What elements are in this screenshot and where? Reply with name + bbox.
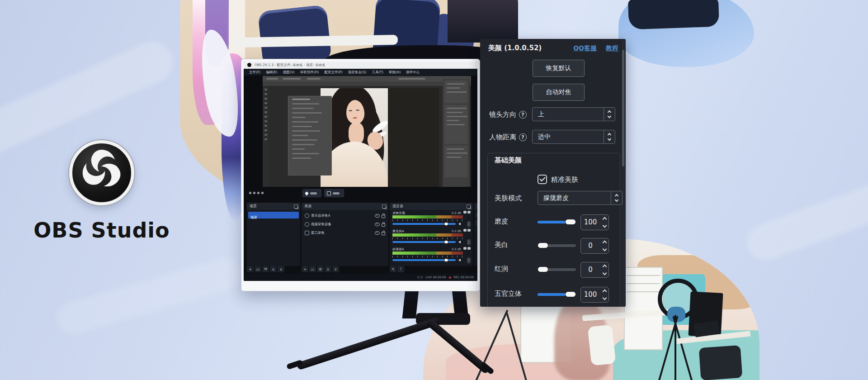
lock-icon[interactable] [382,215,385,218]
menu-docks[interactable]: 停靠部件(D) [297,70,322,75]
tutorial-link[interactable]: 教程 [606,44,618,52]
scene-item-selected[interactable]: 场景 [248,212,299,218]
duplicate-icon[interactable]: ⧉ [262,266,269,272]
speaker-icon[interactable] [458,223,461,225]
ps-dialog-panel [288,96,332,176]
move-down-icon[interactable]: ∨ [332,266,339,272]
volume-slider[interactable] [392,240,456,244]
lock-icon[interactable] [382,223,385,227]
visibility-eye-icon[interactable] [375,223,380,226]
menu-help[interactable]: 帮助(H) [386,70,404,75]
visibility-eye-icon[interactable] [375,214,380,218]
face-3d-value-box[interactable]: 100 [580,287,609,303]
select-spinner[interactable] [611,191,622,204]
menu-tools[interactable]: 工具(T) [369,70,386,75]
alert-icon[interactable]: ! [397,266,404,272]
properties-gear-icon[interactable]: ⚙ [317,266,324,272]
chevron-up-icon [615,194,618,198]
value-spinner[interactable] [603,287,606,302]
help-icon[interactable]: ? [519,133,527,141]
source-row[interactable]: 视频采集设备 [303,221,387,228]
neck [349,123,364,144]
volume-thumb[interactable] [444,240,448,244]
slider-thumb[interactable] [538,242,548,248]
slider-thumb[interactable] [538,266,548,272]
sources-dock-header[interactable]: 来源 [302,203,388,210]
menu-view[interactable]: 视图(V) [280,70,297,75]
ps-toolbar-mark [398,78,425,80]
channel-mini-buttons[interactable] [463,229,471,232]
help-icon[interactable]: ? [519,111,527,119]
dock-panes-icon[interactable] [294,204,298,209]
move-up-icon[interactable]: ∧ [325,266,331,272]
menu-scene-collection[interactable]: 场景集合(S) [345,70,369,75]
controls-dock-title: 控件 [477,203,477,210]
scenes-dock-header[interactable]: 场景 [247,203,300,210]
lock-icon[interactable] [382,232,385,235]
controls-button-fragment[interactable] [476,221,477,226]
ps-toolbox [263,86,269,187]
remove-icon[interactable]: ▭ [255,266,261,272]
volume-thumb[interactable] [444,222,448,226]
select-spinner[interactable] [604,108,615,121]
source-row[interactable]: 窗口采集 [303,229,387,236]
smoothing-slider[interactable] [538,221,576,223]
rosy-value-box[interactable]: 0 [580,262,609,278]
menu-profile[interactable]: 配置文件(P) [321,70,345,75]
move-up-icon[interactable]: ∧ [270,266,277,272]
select-spinner[interactable] [604,130,615,143]
obs-preview[interactable] [244,76,477,187]
channel-mini-buttons[interactable] [463,247,471,250]
volume-slider[interactable] [392,258,456,262]
whitening-value-box[interactable]: 0 [580,238,609,254]
whitening-slider[interactable] [538,244,576,247]
qq-support-link[interactable]: QQ客服 [573,44,597,52]
rosy-slider[interactable] [538,268,576,271]
volume-thumb[interactable] [444,258,448,262]
white-chair [588,324,616,366]
rosy-value: 0 [581,262,600,277]
controls-dock-header[interactable]: 控件 [474,203,477,210]
panel-scrollbar[interactable] [622,39,625,307]
move-down-icon[interactable]: ∨ [278,266,284,272]
speaker-icon[interactable] [458,259,461,261]
window-button[interactable] [324,189,344,197]
menu-edit[interactable]: 编辑(E) [263,70,280,75]
precise-skin-checkbox[interactable] [538,175,547,184]
value-spinner[interactable] [603,215,606,230]
smoothing-value-box[interactable]: 100 [580,214,609,230]
add-icon[interactable]: + [247,266,254,272]
dock-panes-icon[interactable] [382,204,386,209]
menu-file[interactable]: 文件(F) [246,70,263,75]
volume-slider[interactable] [392,222,456,226]
slider-thumb[interactable] [565,291,576,297]
whitening-value: 0 [581,238,600,253]
obs-titlebar[interactable]: OBS 29.1.3 - 配置文件: 未命名 - 场景: 未命名 [244,62,477,69]
person-distance-select[interactable]: 适中 [532,130,615,144]
edit-pencil-icon[interactable]: ✎ [390,266,396,272]
menu-plugin-center[interactable]: 插件中心 [403,70,422,75]
eye [349,110,352,111]
value-spinner[interactable] [603,238,606,253]
skin-mode-select[interactable]: 朦胧磨皮 [538,191,623,205]
pin-button[interactable] [302,189,321,197]
speaker-icon[interactable] [458,241,461,243]
source-row[interactable]: 显示器采集A [303,212,387,219]
remove-icon[interactable]: ▭ [309,266,316,272]
channel-mini-buttons[interactable] [463,211,471,214]
scrollbar-thumb[interactable] [622,50,624,166]
channel-menu-button[interactable] [467,239,471,245]
channel-menu-button[interactable] [467,257,471,263]
visibility-eye-icon[interactable] [375,231,380,235]
camera-direction-select[interactable]: 上 [532,107,615,121]
face-3d-slider[interactable] [538,293,576,296]
value-spinner[interactable] [603,262,606,277]
autofocus-button[interactable]: 自动对焦 [533,84,585,101]
restore-defaults-button[interactable]: 恢复默认 [533,60,585,77]
mixer-dock-header[interactable]: 混音器 [390,203,473,210]
controls-button-fragment[interactable] [476,213,477,218]
dock-panes-icon[interactable] [467,204,471,209]
channel-menu-button[interactable] [467,221,471,227]
add-icon[interactable]: + [302,266,308,272]
slider-thumb[interactable] [565,219,576,225]
